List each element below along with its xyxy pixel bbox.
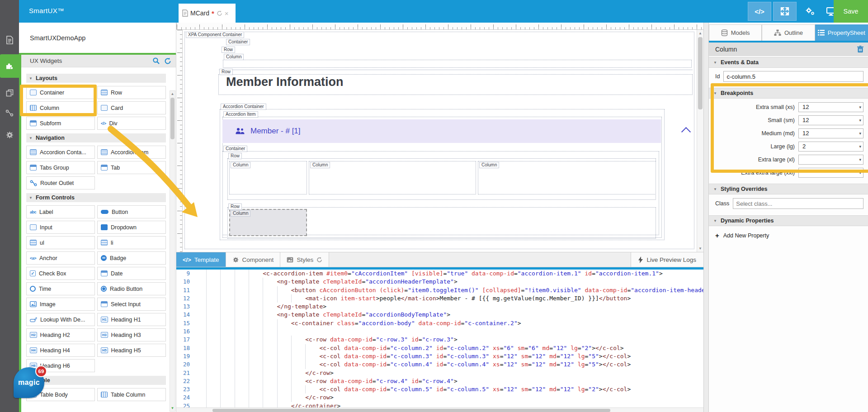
- sidebar-scrollbar-thumb[interactable]: [170, 98, 175, 139]
- accordion-container-label[interactable]: Accordion Container: [221, 104, 266, 110]
- widget-column[interactable]: Column: [26, 101, 95, 114]
- widget-tab[interactable]: Tab: [97, 161, 166, 174]
- scroll-down-icon[interactable]: ▼: [697, 246, 703, 251]
- refresh-icon[interactable]: [164, 57, 171, 65]
- widget-tabs-group[interactable]: Tabs Group: [26, 161, 95, 174]
- section-breakpoints[interactable]: ▼ Breakpoints: [709, 88, 868, 99]
- section-events-data[interactable]: ▼ Events & Data: [709, 57, 868, 68]
- refresh-icon[interactable]: [316, 257, 322, 263]
- container-label[interactable]: Container: [226, 39, 250, 45]
- widget-button[interactable]: Button: [97, 205, 166, 218]
- section-styling-overrides[interactable]: ▼ Styling Overrides: [709, 184, 868, 194]
- widget-heading-h5[interactable]: H5Heading H5: [97, 344, 166, 357]
- xpa-container-label[interactable]: XPA Component Container: [186, 32, 244, 38]
- widget-check-box[interactable]: ✓Check Box: [26, 267, 95, 280]
- sidebar-scrollbar[interactable]: ▲ ▼: [170, 90, 175, 412]
- tab-refresh-icon[interactable]: [217, 10, 222, 16]
- code-horizontal-scrollbar[interactable]: [176, 407, 703, 412]
- scroll-down-icon[interactable]: ▼: [170, 406, 175, 410]
- breakpoint-select-sm[interactable]: 12▾: [798, 115, 863, 125]
- id-input[interactable]: [723, 71, 863, 82]
- tab-component[interactable]: Component: [226, 252, 281, 267]
- widget-router-outlet[interactable]: Router Outlet: [26, 176, 95, 189]
- documents-rail-button[interactable]: [0, 31, 19, 49]
- widget-lookup[interactable]: Lookup With De...: [26, 313, 95, 326]
- widget-dropdown[interactable]: Dropdown: [97, 221, 166, 234]
- design-canvas[interactable]: XPA Component Container Container Row Co…: [183, 30, 697, 252]
- accordion-item-label[interactable]: Accordion Item: [223, 111, 258, 118]
- widgets-rail-button[interactable]: [0, 54, 19, 78]
- code-scrollbar-thumb[interactable]: [212, 409, 610, 412]
- tab-close-icon[interactable]: ×: [225, 9, 229, 17]
- add-new-property-button[interactable]: + Add New Property: [709, 226, 868, 239]
- canvas-scrollbar[interactable]: ▲ ▼: [697, 30, 703, 252]
- panel-divider[interactable]: [703, 23, 709, 412]
- widget-heading-h2[interactable]: H2Heading H2: [26, 328, 95, 341]
- save-button[interactable]: Save: [834, 0, 868, 23]
- section-header-table[interactable]: ▼ Table: [26, 376, 166, 385]
- widget-row[interactable]: Row: [97, 86, 166, 99]
- widget-input[interactable]: Input: [26, 221, 95, 234]
- tab-styles[interactable]: Styles: [280, 252, 329, 267]
- breakpoint-select-md[interactable]: 12▾: [798, 128, 863, 138]
- widget-li[interactable]: li: [97, 236, 166, 249]
- widget-time[interactable]: Time: [26, 282, 95, 295]
- selected-column[interactable]: Column: [229, 209, 307, 236]
- accordion-header[interactable]: Member - # [1]: [222, 119, 661, 143]
- widget-accordion-container[interactable]: Accordion Conta...: [26, 146, 95, 159]
- scroll-up-icon[interactable]: ▲: [697, 31, 703, 35]
- breakpoint-select-xxl[interactable]: ▾: [798, 168, 863, 178]
- widget-subform[interactable]: Subform: [26, 117, 95, 130]
- container-label[interactable]: Container: [223, 146, 247, 152]
- settings-button[interactable]: [798, 2, 822, 21]
- column-label[interactable]: Column: [224, 54, 244, 60]
- widget-container[interactable]: Container: [26, 86, 95, 99]
- search-icon[interactable]: [152, 57, 160, 65]
- scroll-up-icon[interactable]: ▲: [170, 92, 175, 96]
- breakpoint-select-xl[interactable]: ▾: [798, 155, 863, 165]
- column-box[interactable]: [223, 60, 692, 68]
- widget-image[interactable]: Image: [26, 298, 95, 311]
- row-label[interactable]: Row: [228, 204, 242, 210]
- code-editor[interactable]: 9<c-accordion-item #item0="cAccordionIte…: [176, 270, 703, 412]
- row-label[interactable]: Row: [219, 69, 233, 75]
- settings-rail-button[interactable]: [0, 126, 19, 144]
- section-dynamic-properties[interactable]: ▼ Dynamic Properties: [709, 215, 868, 226]
- widget-anchor[interactable]: <a>Anchor: [26, 251, 95, 265]
- code-view-button[interactable]: </>: [748, 2, 771, 21]
- member-information-heading[interactable]: Member Information: [226, 75, 344, 89]
- tab-property-sheet[interactable]: PropertySheet: [815, 24, 868, 41]
- widget-heading-h3[interactable]: H3Heading H3: [97, 328, 166, 341]
- section-header-layouts[interactable]: ▼ Layouts: [26, 74, 166, 83]
- widget-heading-h4[interactable]: H4Heading H4: [26, 344, 95, 357]
- column-cell-3[interactable]: Column: [478, 161, 656, 194]
- widget-radio-button[interactable]: Radio Button: [97, 282, 166, 295]
- widget-ul[interactable]: ul: [26, 236, 95, 249]
- widget-badge[interactable]: 00Badge: [97, 251, 166, 265]
- widget-heading-h1[interactable]: H1Heading H1: [97, 313, 166, 326]
- copy-rail-button[interactable]: [0, 84, 19, 102]
- class-input[interactable]: [733, 198, 863, 209]
- canvas-scrollbar-thumb[interactable]: [698, 37, 703, 109]
- tab-template[interactable]: </> Template: [176, 252, 226, 267]
- widget-accordion-item[interactable]: Accordion Item: [97, 146, 166, 159]
- widget-card[interactable]: Card: [97, 101, 166, 114]
- tab-models[interactable]: Models: [709, 24, 762, 41]
- widget-label[interactable]: abcLabel: [26, 205, 95, 218]
- magic-logo[interactable]: magic 69: [14, 365, 47, 399]
- fit-screen-button[interactable]: [773, 2, 797, 21]
- column-label[interactable]: Column: [231, 162, 250, 168]
- flows-rail-button[interactable]: [0, 104, 19, 122]
- tab-outline[interactable]: Outline: [762, 24, 815, 41]
- breakpoint-select-lg[interactable]: 2▾: [798, 142, 863, 152]
- section-header-navigation[interactable]: ▼ Navigation: [26, 133, 166, 142]
- section-header-form-controls[interactable]: ▼ Form Controls: [26, 193, 166, 202]
- column-label[interactable]: Column: [310, 162, 330, 168]
- trash-icon[interactable]: [857, 46, 863, 53]
- widget-select-input[interactable]: Select Input: [97, 298, 166, 311]
- widget-date[interactable]: Date: [97, 267, 166, 280]
- widget-table-column[interactable]: Table Column: [97, 388, 166, 401]
- widget-div[interactable]: </>Div: [97, 117, 166, 130]
- row-label[interactable]: Row: [228, 153, 242, 159]
- row-label[interactable]: Row: [222, 47, 235, 53]
